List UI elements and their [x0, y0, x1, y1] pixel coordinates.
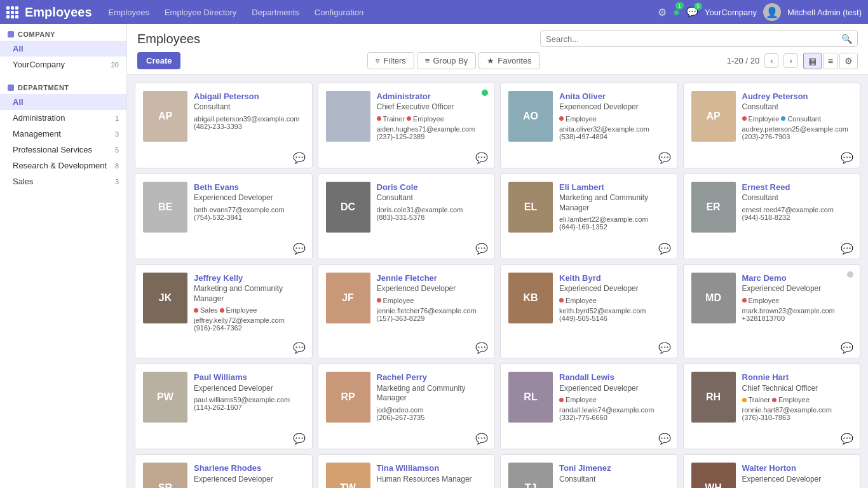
employee-tags: TrainerEmployee — [742, 396, 853, 403]
employee-card[interactable]: ER Ernest Reed Consultant ernest.reed47@… — [683, 173, 861, 259]
employee-card[interactable]: AO Anita Oliver Experienced Developer Em… — [500, 83, 678, 168]
employee-job-title: Chief Technical Officer — [742, 384, 853, 394]
chat-icon[interactable]: 💬 — [841, 433, 853, 445]
chat-icon[interactable]: 💬 — [475, 433, 488, 445]
employee-card[interactable]: MD Marc Demo Experienced Developer Emplo… — [683, 264, 861, 358]
employee-email: ernest.reed47@example.com — [742, 206, 853, 214]
top-navbar: Employees Employees Employee Directory D… — [0, 0, 868, 24]
favorites-button[interactable]: ★ Favorites — [478, 52, 539, 69]
tag-dot — [772, 398, 776, 402]
employee-card[interactable]: RP Rachel Perry Marketing and Community … — [318, 363, 496, 449]
employee-card[interactable]: TW Tina Williamson Human Resources Manag… — [318, 454, 496, 488]
tag-dot — [559, 116, 564, 121]
activity-badge[interactable]: ● 1 — [673, 6, 680, 19]
employee-name: Eli Lambert — [559, 182, 670, 193]
employee-phone: (754)-532-3841 — [194, 214, 304, 221]
employee-email: randall.lewis74@example.com — [559, 406, 670, 414]
card-body: EL Eli Lambert Marketing and Community M… — [501, 174, 677, 240]
chat-icon[interactable]: 💬 — [841, 152, 853, 164]
company-name[interactable]: YourCompany — [705, 8, 757, 17]
employee-card[interactable]: WH Walter Horton Experienced Developer w… — [683, 454, 861, 488]
settings-icon[interactable]: ⚙ — [658, 6, 667, 18]
employee-card[interactable]: JF Jennie Fletcher Experienced Developer… — [318, 264, 496, 358]
chat-icon[interactable]: 💬 — [658, 152, 671, 164]
card-footer: 💬 — [501, 339, 677, 358]
search-bar[interactable]: 🔍 — [540, 30, 858, 47]
employee-job-title: Consultant — [194, 102, 304, 112]
sidebar-your-company[interactable]: YourCompany 20 — [0, 57, 126, 72]
employee-name: Sharlene Rhodes — [194, 463, 304, 474]
employee-tag: Trainer — [742, 396, 770, 403]
sidebar-dept-sales[interactable]: Sales 3 — [0, 173, 126, 189]
employee-card[interactable]: Administrator Chief Executive Officer Tr… — [318, 83, 496, 168]
card-body: DC Doris Cole Consultant doris.cole31@ex… — [318, 174, 495, 240]
chat-icon[interactable]: 💬 — [293, 342, 306, 354]
employee-info: Administrator Chief Executive Officer Tr… — [377, 91, 487, 142]
toolbar-row: Create ▿ Filters ≡ Group By ★ Favorites — [137, 52, 858, 74]
messages-badge[interactable]: 💬 5 — [686, 6, 698, 18]
prev-page-button[interactable]: ‹ — [764, 53, 778, 68]
filters-button[interactable]: ▿ Filters — [367, 52, 414, 69]
sidebar-dept-all[interactable]: All — [0, 94, 126, 110]
employee-card[interactable]: TJ Toni Jimenez Consultant EmployeeConsu… — [500, 454, 678, 488]
card-body: AP Audrey Peterson Consultant EmployeeCo… — [684, 83, 860, 149]
company-dot — [8, 31, 14, 37]
card-footer: 💬 — [135, 339, 312, 358]
chat-icon[interactable]: 💬 — [475, 152, 488, 164]
nav-configuration[interactable]: Configuration — [308, 5, 370, 20]
employee-phone: (944)-518-8232 — [742, 214, 853, 221]
employee-email: beth.evans77@example.com — [194, 206, 304, 214]
search-input[interactable] — [546, 34, 837, 44]
user-avatar[interactable]: 👤 — [763, 3, 781, 21]
chat-icon[interactable]: 💬 — [658, 342, 671, 354]
nav-employee-directory[interactable]: Employee Directory — [158, 5, 243, 20]
sidebar-company-all[interactable]: All — [0, 41, 126, 57]
chat-icon[interactable]: 💬 — [293, 433, 306, 445]
employee-card[interactable]: DC Doris Cole Consultant doris.cole31@ex… — [318, 173, 496, 259]
card-footer: 💬 — [135, 430, 312, 449]
chat-icon[interactable]: 💬 — [293, 243, 306, 255]
employee-card[interactable]: AP Audrey Peterson Consultant EmployeeCo… — [683, 83, 861, 168]
employee-name: Tina Williamson — [377, 463, 487, 474]
employee-phone: (157)-363-8229 — [377, 315, 487, 322]
chat-icon[interactable]: 💬 — [658, 433, 671, 445]
chat-icon[interactable]: 💬 — [475, 342, 488, 354]
title-row: Employees 🔍 — [137, 30, 858, 52]
chat-icon[interactable]: 💬 — [841, 243, 853, 255]
employee-card[interactable]: PW Paul Williams Experienced Developer p… — [135, 363, 313, 449]
next-page-button[interactable]: › — [783, 53, 797, 68]
employee-card[interactable]: EL Eli Lambert Marketing and Community M… — [500, 173, 678, 259]
employee-card[interactable]: KB Keith Byrd Experienced Developer Empl… — [500, 264, 678, 358]
sidebar-dept-research-development[interactable]: Research & Development 8 — [0, 158, 126, 173]
employee-tag: Employee — [742, 115, 780, 123]
toolbar-filters: ▿ Filters ≡ Group By ★ Favorites — [367, 52, 539, 69]
create-button[interactable]: Create — [137, 52, 180, 69]
chat-icon[interactable]: 💬 — [475, 243, 488, 255]
chat-icon[interactable]: 💬 — [658, 243, 671, 255]
employee-card[interactable]: JK Jeffrey Kelly Marketing and Community… — [135, 264, 313, 358]
chat-icon[interactable]: 💬 — [841, 342, 853, 354]
card-footer: 💬 — [501, 149, 677, 168]
groupby-button[interactable]: ≡ Group By — [417, 52, 477, 69]
employee-info: Jeffrey Kelly Marketing and Community Ma… — [194, 273, 304, 332]
sidebar-dept-professional-services[interactable]: Professional Services 5 — [0, 142, 126, 158]
grid-view-button[interactable]: ▦ — [803, 53, 822, 69]
employee-card[interactable]: RL Randall Lewis Experienced Developer E… — [500, 363, 678, 449]
settings-view-button[interactable]: ⚙ — [839, 53, 858, 69]
nav-departments[interactable]: Departments — [245, 5, 305, 20]
employee-photo: BE — [143, 182, 187, 233]
employee-name: Randall Lewis — [559, 372, 670, 383]
user-name[interactable]: Mitchell Admin (test) — [787, 8, 862, 17]
employee-job-title: Experienced Developer — [742, 475, 853, 485]
chat-icon[interactable]: 💬 — [293, 152, 306, 164]
list-view-button[interactable]: ≡ — [823, 53, 838, 69]
employee-card[interactable]: RH Ronnie Hart Chief Technical Officer T… — [683, 363, 861, 449]
employee-card[interactable]: AP Abigail Peterson Consultant abigail.p… — [135, 83, 313, 168]
sidebar-dept-administration[interactable]: Administration 1 — [0, 110, 126, 126]
star-icon: ★ — [487, 56, 494, 65]
employee-card[interactable]: BE Beth Evans Experienced Developer beth… — [135, 173, 313, 259]
card-footer: 💬 — [501, 240, 677, 259]
employee-card[interactable]: SR Sharlene Rhodes Experienced Developer… — [135, 454, 313, 488]
nav-employees[interactable]: Employees — [102, 5, 156, 20]
sidebar-dept-management[interactable]: Management 3 — [0, 126, 126, 142]
